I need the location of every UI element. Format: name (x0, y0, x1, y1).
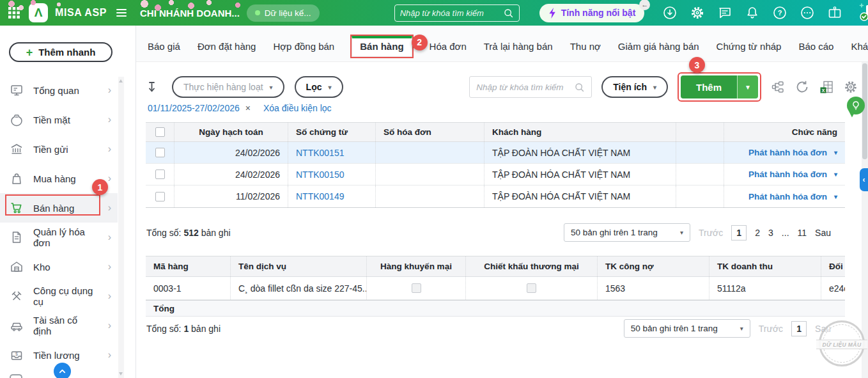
add-dropdown-caret[interactable]: ▼ (737, 75, 758, 98)
page-3-button[interactable]: 3 (768, 228, 773, 238)
row-checkbox[interactable] (155, 169, 165, 179)
doc-no-link[interactable]: NTTK00150 (296, 169, 344, 180)
table-row[interactable]: 24/02/2026 NTTK00151 TẬP ĐOÀN HÓA CHẤT V… (146, 142, 845, 164)
tab-tra-lai-hang-ban[interactable]: Trả lại hàng bán (484, 41, 553, 52)
line-item-row[interactable]: 0003-1 C¸ dòa fillet cßn da size 227-45.… (146, 277, 845, 300)
select-all-checkbox[interactable] (155, 127, 165, 137)
gear-icon[interactable] (844, 80, 858, 94)
scrollbar-thumb[interactable] (862, 63, 867, 159)
header-entity[interactable]: Đối tư (821, 256, 845, 276)
date-range-filter[interactable]: 01/11/2025-27/02/2026 × (148, 103, 251, 113)
add-button-label[interactable]: Thêm (681, 75, 737, 98)
sidebar-item-tien-gui[interactable]: Tiền gửi › (0, 134, 118, 164)
doc-no-link[interactable]: NTTK00149 (296, 191, 344, 201)
help-icon[interactable]: ? (773, 6, 787, 20)
table-search[interactable] (469, 76, 592, 98)
remove-filter-icon[interactable]: × (245, 103, 251, 113)
global-search[interactable] (394, 4, 520, 22)
sort-icon[interactable] (146, 79, 162, 95)
download-icon[interactable] (663, 6, 677, 20)
issue-invoice-action[interactable]: Phát hành hóa đơn▾ (748, 169, 837, 179)
chat-icon[interactable] (718, 6, 732, 20)
collapse-panel-tab[interactable]: ‹ (860, 168, 868, 191)
table-row[interactable]: 11/02/2026 NTTK00149 TẬP ĐOÀN HÓA CHẤT V… (146, 185, 845, 207)
row-checkbox[interactable] (155, 192, 165, 201)
prev-page-button[interactable]: Trước (759, 324, 783, 334)
header-promo[interactable]: Hàng khuyến mại (367, 256, 466, 276)
utilities-button[interactable]: Tiện ích ▾ (601, 76, 668, 98)
header-debt-account[interactable]: TK công nợ (598, 256, 709, 276)
filter-button[interactable]: Lọc ▾ (295, 76, 343, 98)
next-page-button[interactable]: Sau (815, 324, 831, 334)
scroll-top-button[interactable] (54, 363, 71, 378)
sidebar-item-ban-hang[interactable]: Bán hàng › (0, 193, 118, 223)
search-icon[interactable] (574, 82, 585, 93)
sidebar-item-quan-ly-hoa-don[interactable]: Quản lý hóa đơn › (0, 223, 118, 252)
sidebar-item-tien-mat[interactable]: Tiền mặt › (0, 105, 118, 134)
company-name[interactable]: CHI NHÁNH DOANH... (140, 8, 240, 19)
page-size-select[interactable]: 50 bản ghi trên 1 trang ▾ (564, 223, 690, 242)
row-checkbox[interactable] (155, 148, 165, 157)
bell-icon[interactable] (745, 6, 759, 20)
page-2-button[interactable]: 2 (755, 228, 760, 238)
sidebar-item-kho[interactable]: Kho › (0, 252, 118, 281)
tab-giam-gia-hang-ban[interactable]: Giảm giá hàng bán (618, 41, 699, 52)
prev-page-button[interactable]: Trước (699, 228, 723, 238)
feature-highlight-button[interactable]: Tính năng nổi bật ← (539, 4, 645, 22)
tab-khac[interactable]: Khác▾ (851, 41, 868, 52)
more-icon[interactable] (800, 6, 814, 20)
app-grid-icon[interactable] (6, 5, 22, 20)
docs-check-icon[interactable] (854, 3, 868, 23)
issue-invoice-action[interactable]: Phát hành hóa đơn▾ (748, 148, 837, 157)
page-size-select[interactable]: 50 bản ghi trên 1 trang ▾ (624, 319, 750, 338)
excel-export-icon[interactable]: X (819, 80, 833, 94)
header-service-name[interactable]: Tên dịch vụ (231, 256, 367, 276)
page-1-current[interactable]: 1 (731, 225, 747, 240)
scroll-up-arrow-icon[interactable] (119, 79, 123, 83)
sidebar-item-tai-san-co-dinh[interactable]: Tài sản cố định › (0, 311, 118, 340)
doc-no-link[interactable]: NTTK00151 (296, 148, 344, 158)
tab-bao-gia[interactable]: Báo giá (148, 41, 180, 52)
sidebar-item-cong-cu-dung-cu[interactable]: Công cụ dụng cụ › (0, 281, 118, 311)
header-revenue-account[interactable]: TK doanh thu (709, 256, 821, 276)
collapse-arrow-icon[interactable]: ← (639, 0, 650, 10)
quick-add-button[interactable]: + Thêm nhanh (9, 42, 112, 62)
issue-invoice-action[interactable]: Phát hành hóa đơn▾ (748, 192, 837, 201)
discount-checkbox[interactable] (527, 283, 536, 293)
gear-icon[interactable] (690, 6, 704, 20)
header-invoice-no[interactable]: Số hóa đơn (376, 123, 484, 141)
tab-thu-no[interactable]: Thu nợ (570, 41, 601, 52)
page-11-button[interactable]: 11 (798, 228, 807, 238)
promo-checkbox[interactable] (412, 283, 421, 293)
flow-diagram-icon[interactable] (771, 80, 785, 94)
header-doc-no[interactable]: Số chứng từ (288, 123, 376, 141)
menu-toggle-icon[interactable] (114, 5, 129, 20)
header-item-code[interactable]: Mã hàng (146, 256, 231, 276)
next-page-button[interactable]: Sau (815, 228, 831, 238)
global-search-input[interactable] (400, 8, 499, 18)
header-date[interactable]: Ngày hạch toán (174, 123, 288, 141)
misa-logo[interactable]: Λ (29, 3, 48, 22)
page-1-current[interactable]: 1 (791, 321, 807, 336)
header-trade-discount[interactable]: Chiết khấu thương mại (466, 256, 598, 276)
add-button[interactable]: Thêm ▼ (681, 75, 758, 98)
table-row[interactable]: 24/02/2026 NTTK00150 TẬP ĐOÀN HÓA CHẤT V… (146, 164, 845, 185)
data-status-pill[interactable]: Dữ liệu kế... (247, 4, 320, 22)
tab-don-dat-hang[interactable]: Đơn đặt hàng (198, 41, 256, 52)
tips-bulb-icon[interactable] (847, 97, 865, 114)
table-search-input[interactable] (476, 83, 570, 92)
search-icon[interactable] (503, 8, 514, 19)
handbook-icon[interactable] (828, 6, 842, 20)
tab-ban-hang[interactable]: Bán hàng (352, 36, 412, 57)
refresh-icon[interactable] (795, 80, 809, 94)
header-customer[interactable]: Khách hàng (484, 123, 676, 141)
tab-hop-dong-ban[interactable]: Hợp đồng bán (273, 41, 334, 52)
batch-actions-button[interactable]: Thực hiện hàng loạt ▾ (172, 76, 284, 98)
scroll-down-arrow-icon[interactable] (119, 372, 123, 375)
tab-hoa-don[interactable]: Hóa đơn (430, 41, 467, 52)
sidebar-item-tong-quan[interactable]: Tổng quan › (0, 75, 118, 105)
clear-filters-link[interactable]: Xóa điều kiện lọc (263, 103, 332, 113)
sidebar-scrollbar[interactable] (118, 77, 124, 378)
tab-chung-tu-nhap[interactable]: Chứng từ nháp (717, 41, 782, 52)
tab-bao-cao[interactable]: Báo cáo (798, 41, 833, 52)
